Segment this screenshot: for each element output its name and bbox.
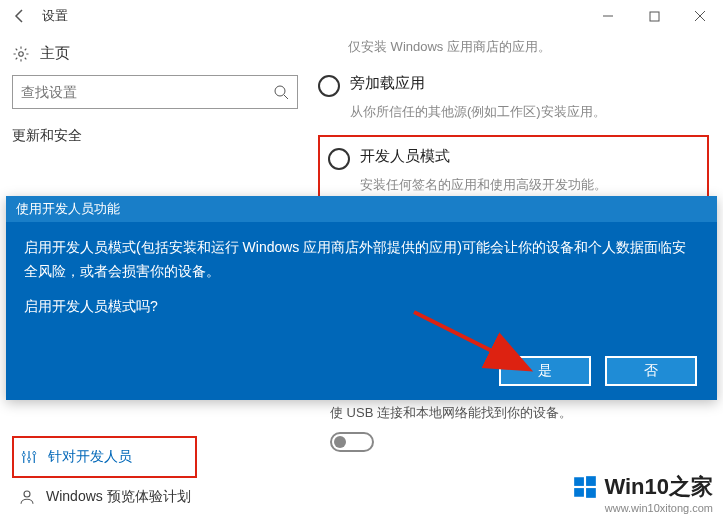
search-box[interactable] — [12, 75, 298, 109]
dialog-question: 启用开发人员模式吗? — [6, 298, 717, 316]
yes-button[interactable]: 是 — [499, 356, 591, 386]
maximize-button[interactable] — [631, 0, 677, 32]
radio-desc: 从你所信任的其他源(例如工作区)安装应用。 — [350, 103, 709, 121]
svg-rect-12 — [575, 488, 585, 497]
usb-desc: 使 USB 连接和本地网络能找到你的设备。 — [330, 404, 572, 422]
sidebar-item-developers[interactable]: 针对开发人员 — [12, 436, 197, 478]
minimize-icon — [602, 10, 614, 22]
radio-sideload[interactable]: 旁加载应用 — [318, 74, 709, 97]
watermark: Win10之家 www.win10xitong.com — [572, 472, 713, 514]
gear-icon — [12, 45, 30, 63]
svg-point-2 — [19, 51, 24, 56]
svg-line-4 — [284, 95, 288, 99]
close-button[interactable] — [677, 0, 723, 32]
sliders-icon — [20, 448, 38, 466]
titlebar: 设置 — [0, 0, 723, 32]
radio-desc: 安装任何签名的应用和使用高级开发功能。 — [360, 176, 699, 194]
svg-rect-10 — [575, 477, 585, 486]
radio-label: 开发人员模式 — [360, 147, 450, 166]
window-title: 设置 — [42, 7, 68, 25]
radio-icon — [318, 75, 340, 97]
svg-point-5 — [22, 453, 25, 456]
section-header: 更新和安全 — [12, 127, 298, 145]
svg-rect-13 — [586, 488, 596, 498]
close-icon — [694, 10, 706, 22]
truncated-desc: 仅安装 Windows 应用商店的应用。 — [318, 32, 709, 56]
home-label: 主页 — [40, 44, 70, 63]
sidebar-item-label: 针对开发人员 — [48, 448, 132, 466]
person-icon — [18, 488, 36, 506]
maximize-icon — [649, 11, 660, 22]
minimize-button[interactable] — [585, 0, 631, 32]
svg-point-7 — [33, 452, 36, 455]
svg-rect-1 — [650, 12, 659, 21]
back-button[interactable] — [8, 4, 32, 28]
search-icon — [273, 84, 289, 100]
sidebar-item-label: Windows 预览体验计划 — [46, 488, 191, 506]
confirm-dialog: 使用开发人员功能 启用开发人员模式(包括安装和运行 Windows 应用商店外部… — [6, 196, 717, 400]
arrow-left-icon — [12, 8, 28, 24]
dialog-body: 启用开发人员模式(包括安装和运行 Windows 应用商店外部提供的应用)可能会… — [6, 222, 717, 298]
svg-point-3 — [275, 86, 285, 96]
windows-logo-icon — [572, 474, 598, 500]
svg-point-8 — [24, 491, 30, 497]
radio-label: 旁加载应用 — [350, 74, 425, 93]
sidebar-item-insider[interactable]: Windows 预览体验计划 — [12, 478, 197, 516]
search-input[interactable] — [21, 84, 273, 100]
home-row[interactable]: 主页 — [12, 36, 298, 75]
svg-rect-11 — [586, 476, 596, 486]
radio-devmode[interactable]: 开发人员模式 — [328, 147, 699, 170]
no-button[interactable]: 否 — [605, 356, 697, 386]
watermark-brand: Win10之家 — [604, 472, 713, 502]
watermark-url: www.win10xitong.com — [572, 502, 713, 514]
svg-point-6 — [28, 458, 31, 461]
radio-icon — [328, 148, 350, 170]
toggle-switch[interactable] — [330, 432, 374, 452]
dialog-title: 使用开发人员功能 — [6, 196, 717, 222]
